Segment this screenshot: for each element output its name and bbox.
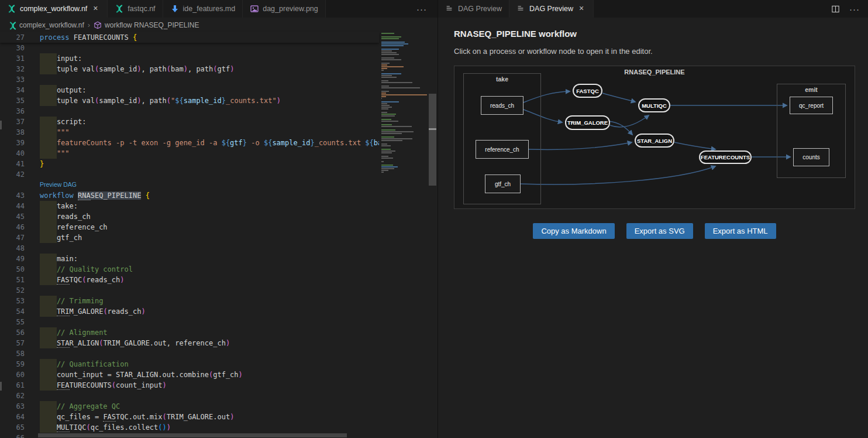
more-tabs-icon[interactable]: ··· [412,4,432,14]
minimap-line [381,131,414,132]
code-line[interactable]: 48 [0,243,379,254]
code-line[interactable]: 42 [0,169,379,180]
export-as-svg-button[interactable]: Export as SVG [626,223,693,239]
code-line[interactable]: 30 [0,43,379,53]
breadcrumb-item-complex-workflow-nf[interactable]: complex_workflow.nf [8,21,84,29]
line-content: script: [40,117,86,127]
code-line[interactable]: 39 featureCounts -p -t exon -g gene_id -… [0,138,379,148]
indent-highlight [40,380,57,391]
code-line[interactable]: 41} [0,159,379,169]
sticky-scroll-line[interactable]: 27process FEATURECOUNTS { [0,32,379,43]
code-line[interactable]: 38 """ [0,127,379,138]
indent-highlight [40,306,57,317]
indent-highlight [40,412,57,422]
indent-highlight [40,369,57,380]
code-line[interactable]: 58 [0,348,379,359]
code-line[interactable]: 56 // Alignment [0,327,379,338]
preview-tab-dag-preview[interactable]: DAG Preview× [509,0,594,18]
code-line[interactable]: 31 input: [0,53,379,64]
code-line[interactable]: 55 [0,317,379,327]
minimap-line [381,115,395,117]
code-line[interactable]: 51 FASTQC(reads_ch) [0,275,379,285]
code-line[interactable]: 44 take: [0,201,379,211]
code-line[interactable]: 46 reference_ch [0,222,379,232]
code-line[interactable]: 50 // Quality control [0,264,379,275]
close-icon[interactable]: × [577,4,586,13]
dag-node-multiqc[interactable]: MULTIQC [638,98,670,112]
dag-node-reference-ch[interactable]: reference_ch [476,140,529,159]
code-lines[interactable]: 3031 input:32 tuple val(sample_id), path… [0,43,379,438]
code-line[interactable]: 27process FEATURECOUNTS { [0,32,379,43]
breadcrumb-item-workflow-rnaseq-pipeline[interactable]: workflow RNASEQ_PIPELINE [94,21,199,29]
horizontal-scrollbar-thumb[interactable] [38,433,347,437]
code-line[interactable]: 36 [0,106,379,117]
code-line[interactable]: 52 [0,285,379,296]
line-number: 61 [0,380,25,391]
dag-node-qc-report[interactable]: qc_report [790,97,833,114]
code-line[interactable]: 35 tuple val(sample_id), path("${sample_… [0,95,379,106]
line-content: reference_ch [40,222,108,232]
dag-node-counts[interactable]: counts [793,148,829,166]
code-line[interactable]: 43workflow RNASEQ_PIPELINE { [0,190,379,201]
minimap[interactable] [379,33,428,438]
tab-label: ide_features.md [183,5,236,13]
more-actions-icon[interactable]: ··· [845,4,864,14]
close-icon[interactable]: × [91,4,100,13]
code-line[interactable]: 59 // Quantification [0,359,379,369]
editor-tab-fastqc-nf[interactable]: fastqc.nf [108,0,163,18]
line-number: 43 [0,190,25,201]
editor-tab-complex-workflow-nf[interactable]: complex_workflow.nf× [0,0,108,18]
code-line[interactable]: 54 TRIM_GALORE(reads_ch) [0,306,379,317]
dag-node-trim-galore[interactable]: TRIM_GALORE [565,115,610,130]
code-line[interactable]: 61 FEATURECOUNTS(count_input) [0,380,379,391]
code-line[interactable]: 32 tuple val(sample_id), path(bam), path… [0,64,379,74]
dag-edge-gtf-ch-to-featurecounts [521,166,715,184]
line-number: 51 [0,275,25,285]
code-line[interactable]: 65 MULTIQC(qc_files.collect()) [0,422,379,433]
nextflow-icon [7,4,16,13]
line-number: 39 [0,138,25,148]
code-line[interactable]: 62 [0,391,379,401]
dag-node-gtf-ch[interactable]: gtf_ch [485,174,521,193]
dag-node-fastqc[interactable]: FASTQC [573,84,602,98]
line-content: FASTQC(reads_ch) [40,275,125,285]
editor-tab-dag-preview-png[interactable]: dag_preview.png [243,0,326,18]
code-line[interactable]: 57 STAR_ALIGN(TRIM_GALORE.out, reference… [0,338,379,348]
editor-tab-ide-features-md[interactable]: ide_features.md [163,0,243,18]
minimap-line [381,36,401,37]
line-number: 64 [0,412,25,422]
code-line[interactable]: 64 qc_files = FASTQC.out.mix(TRIM_GALORE… [0,412,379,422]
line-number: 40 [0,148,25,159]
code-line[interactable]: 34 output: [0,85,379,95]
minimap-line [381,114,396,115]
code-line[interactable]: 53 // Trimming [0,296,379,306]
minimap-line [381,149,391,150]
minimap-line [381,98,382,99]
minimap-line [381,138,412,139]
code-editor[interactable]: 27process FEATURECOUNTS { 3031 input:32 … [0,32,438,438]
code-line[interactable]: 33 [0,74,379,85]
export-as-html-button[interactable]: Export as HTML [705,223,776,239]
dag-node-star-align[interactable]: STAR_ALIGN [635,134,674,148]
minimap-line [381,70,384,71]
line-content: process FEATURECOUNTS { [40,32,137,43]
gutter-decoration [0,382,2,391]
code-line[interactable]: 40 """ [0,148,379,159]
preview-tab-dag-preview[interactable]: DAG Preview [438,0,509,18]
code-line[interactable]: 49 main: [0,254,379,264]
codelens-preview-dag[interactable]: Preview DAG [0,180,379,190]
indent-highlight [40,327,57,338]
copy-as-markdown-button[interactable]: Copy as Markdown [533,223,614,239]
code-line[interactable]: 63 // Aggregate QC [0,401,379,412]
minimap-line [381,124,392,125]
minimap-line [381,82,412,83]
code-line[interactable]: 45 reads_ch [0,211,379,222]
split-editor-icon[interactable] [826,5,845,13]
code-line[interactable]: 37 script: [0,117,379,127]
code-line[interactable]: 47 gtf_ch [0,232,379,243]
line-number: 47 [0,232,25,243]
code-line[interactable]: 60 count_input = STAR_ALIGN.out.combine(… [0,369,379,380]
vertical-scrollbar-thumb[interactable] [429,94,436,186]
dag-node-reads-ch[interactable]: reads_ch [481,96,523,115]
dag-node-featurecounts[interactable]: FEATURECOUNTS [699,150,752,164]
